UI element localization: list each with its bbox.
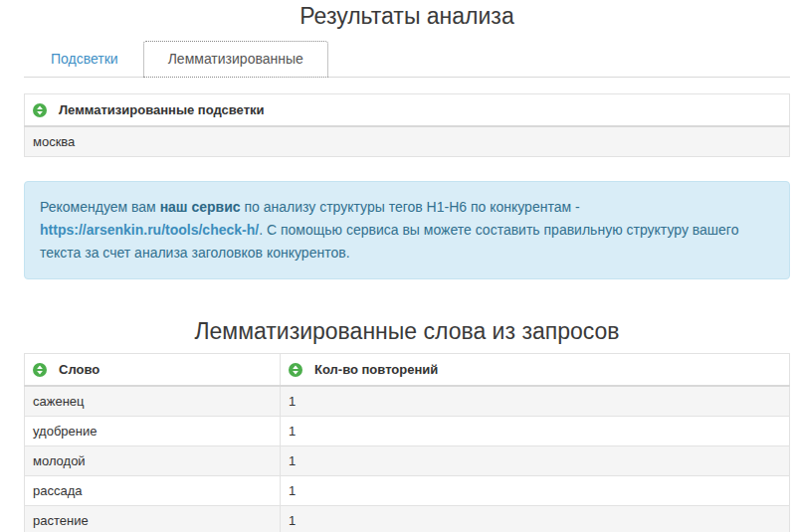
highlights-table-header: Лемматизированные подсветки (25, 94, 790, 127)
sort-toggle-icon[interactable] (33, 363, 47, 377)
count-cell: 1 (281, 386, 790, 417)
tab-lemmatized[interactable]: Лемматизированные (143, 41, 328, 78)
count-column-header: Кол-во повторений (281, 354, 790, 387)
highlights-header-label: Лемматизированные подсветки (59, 102, 265, 117)
count-cell: 1 (281, 417, 790, 446)
highlight-cell: москва (25, 126, 790, 157)
table-row: удобрение 1 (25, 417, 790, 446)
alert-text-before: Рекомендуем вам (40, 199, 160, 215)
count-cell: 1 (281, 446, 790, 476)
table-header-row: Лемматизированные подсветки (25, 94, 790, 127)
word-cell: молодой (25, 446, 281, 476)
word-column-header: Слово (25, 354, 281, 387)
check-h-url-link[interactable]: https://arsenkin.ru/tools/check-h/ (40, 222, 259, 238)
count-column-label: Кол-во повторений (314, 362, 438, 377)
word-cell: рассада (25, 476, 281, 506)
table-row: рассада 1 (25, 476, 790, 506)
sort-toggle-icon[interactable] (33, 103, 47, 117)
count-cell: 1 (281, 506, 790, 532)
main-content: Результаты анализа Подсветки Лемматизиро… (24, 0, 790, 532)
table-header-row: Слово Кол-во повторений (25, 354, 790, 387)
word-cell: саженец (25, 386, 281, 417)
word-column-label: Слово (59, 362, 100, 377)
count-cell: 1 (281, 476, 790, 506)
words-table: Слово Кол-во повторений (24, 353, 790, 532)
tab-highlights[interactable]: Подсветки (35, 42, 134, 76)
service-link[interactable]: наш сервис (160, 199, 241, 215)
alert-text-mid: по анализу структуры тегов H1-H6 по конк… (241, 199, 580, 215)
recommendation-alert: Рекомендуем вам наш сервис по анализу ст… (24, 181, 790, 279)
table-row: москва (25, 126, 790, 157)
table-row: молодой 1 (25, 446, 790, 476)
table-row: саженец 1 (25, 386, 790, 417)
word-cell: удобрение (25, 417, 281, 446)
word-cell: растение (25, 506, 281, 532)
page-title: Результаты анализа (24, 0, 790, 29)
words-section-title: Лемматизированные слова из запросов (24, 318, 790, 344)
sort-toggle-icon[interactable] (289, 363, 302, 377)
table-row: растение 1 (25, 506, 790, 532)
tab-bar: Подсветки Лемматизированные (24, 41, 790, 78)
highlights-table: Лемматизированные подсветки москва (24, 93, 790, 157)
